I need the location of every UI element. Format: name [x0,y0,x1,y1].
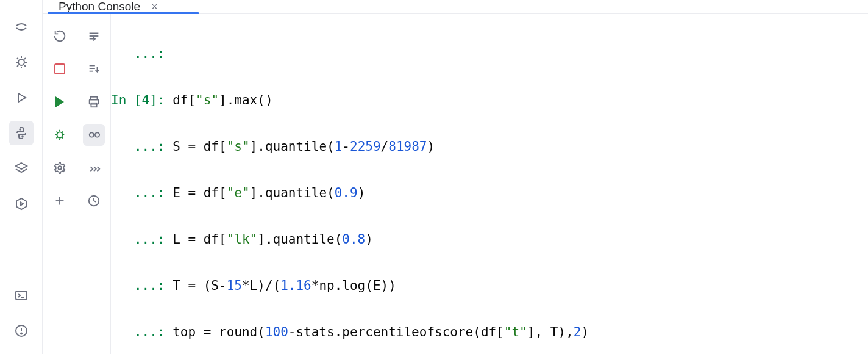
debug-icon[interactable] [49,124,71,146]
svg-point-3 [22,136,23,137]
prompt-cont: ...: [111,46,173,61]
svg-point-2 [20,129,21,130]
svg-point-26 [94,132,99,137]
run-icon[interactable] [49,91,71,113]
svg-point-0 [18,59,24,65]
clock-icon[interactable] [83,190,105,212]
svg-point-11 [21,333,22,334]
tab-bar: Python Console × [43,0,868,14]
soft-wrap-icon[interactable] [83,25,105,47]
history-icon[interactable] [83,157,105,179]
svg-marker-5 [16,198,26,209]
stop-icon[interactable] [49,58,71,80]
code-line: ...: T = (S-15*L)/(1.16*np.log(E)) [111,274,868,297]
python-icon[interactable] [9,121,34,145]
main-area: Python Console × [43,0,868,354]
tab-python-console[interactable]: Python Console × [48,0,169,13]
terminal-icon[interactable] [9,283,34,308]
bug-icon[interactable] [9,50,34,74]
play-icon[interactable] [9,85,34,110]
prompt-in: In [4]: [111,93,173,107]
svg-point-13 [58,166,62,170]
svg-rect-7 [16,291,27,300]
add-tab-icon[interactable] [49,190,71,212]
rerun-icon[interactable] [49,25,71,47]
app-icon[interactable] [9,15,34,39]
svg-marker-1 [18,93,26,102]
svg-point-12 [57,132,62,137]
code-line: ...: E = df["e"].quantile(0.9) [111,181,868,204]
console-actions-right [77,14,111,354]
layers-icon[interactable] [9,156,34,181]
services-icon[interactable] [9,192,34,216]
code-line: ...: S = df["s"].quantile(1-2259/81987) [111,135,868,158]
svg-marker-4 [16,163,27,169]
watch-icon[interactable] [83,124,105,146]
settings-icon[interactable] [49,157,71,179]
console-output[interactable]: ...: In [4]: df["s"].max() ...: S = df["… [111,14,868,354]
scroll-end-icon[interactable] [83,58,105,80]
app-root: Python Console × [0,0,868,354]
warning-icon[interactable] [9,319,34,343]
code-line: ...: [111,42,868,65]
tab-active-indicator [48,12,199,14]
code-line: ...: top = round(100-stats.percentileofs… [111,320,868,344]
svg-point-25 [89,132,93,137]
console-actions-left [43,14,77,354]
print-icon[interactable] [83,91,105,113]
code-line: ...: L = df["lk"].quantile(0.8) [111,228,868,251]
console-content: ...: In [4]: df["s"].max() ...: S = df["… [43,14,868,354]
code-line: In [4]: df["s"].max() [111,88,868,112]
svg-marker-6 [20,202,23,206]
tool-window-bar-left [0,0,43,354]
